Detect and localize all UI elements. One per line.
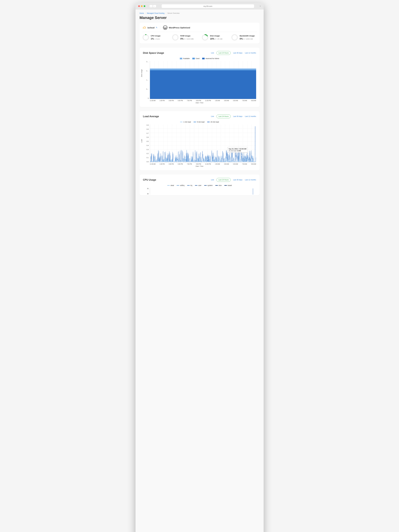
load-tooltip: Sep 23, 2024, 7:22:00 AM 15 min load: 0.… <box>227 147 248 152</box>
svg-point-1 <box>143 35 148 40</box>
server-name: izcloud <box>147 26 155 29</box>
breadcrumb-home[interactable]: Home <box>140 12 144 14</box>
cpu-donut-icon <box>142 34 149 41</box>
edit-icon[interactable]: ✎ <box>156 26 157 29</box>
maximize-window-button[interactable] <box>144 5 145 7</box>
breadcrumb-managed[interactable]: Managed Cloud Hosting <box>147 12 165 14</box>
cpu-chart-card: CPU Usage Live Last 24 Hours Last 30 day… <box>140 175 259 195</box>
filter-30d[interactable]: Last 30 days <box>233 52 242 54</box>
cpu-plot-area[interactable] <box>150 188 256 195</box>
filter-live[interactable]: Live <box>211 52 214 54</box>
nav-forward-button[interactable]: › <box>153 5 156 7</box>
filter-12m[interactable]: Last 12 months <box>245 52 256 54</box>
optimised-label: WordPress Optimised <box>169 26 190 29</box>
filter-live[interactable]: Live <box>211 179 214 181</box>
load-chart-title: Load Average <box>143 115 159 118</box>
stat-ram: RAM Usage: 0%0 / 1024 MB <box>172 34 197 41</box>
disk-chart-card: Disk Space Usage Live Last 24 Hours Last… <box>140 48 259 107</box>
stat-disk: Disk Usage: 16%4 / 25 GB <box>202 34 227 41</box>
bandwidth-donut-icon <box>231 34 238 41</box>
disk-plot-area[interactable] <box>150 61 256 99</box>
filter-live[interactable]: Live <box>211 115 214 117</box>
load-plot-area[interactable]: Sep 23, 2024, 7:22:00 AM 15 min load: 0.… <box>150 124 256 163</box>
disk-chart-title: Disk Space Usage <box>143 51 164 54</box>
svg-point-6 <box>232 35 237 40</box>
cloud-logo-icon <box>142 26 146 30</box>
ram-donut-icon <box>172 34 179 41</box>
minimize-window-button[interactable] <box>141 5 143 7</box>
filter-24h[interactable]: Last 24 Hours <box>216 114 231 118</box>
stat-bandwidth: Bandwidth Usage: 0%0 / 1000 GB <box>231 34 257 41</box>
load-chart-card: Load Average Live Last 24 Hours Last 30 … <box>140 111 259 171</box>
svg-point-3 <box>172 35 178 40</box>
wordpress-icon <box>163 25 167 30</box>
disk-donut-icon <box>202 34 209 41</box>
breadcrumb: Home / Managed Cloud Hosting / Server Ov… <box>140 12 259 14</box>
close-window-button[interactable] <box>138 5 140 7</box>
breadcrumb-current: Server Overview <box>167 12 179 14</box>
nav-back-button[interactable]: ‹ <box>149 5 153 7</box>
server-overview-card: izcloud ✎ WordPress Optimised CPU Usage:… <box>140 23 259 44</box>
filter-12m[interactable]: Last 12 months <box>245 115 256 117</box>
browser-chrome: ‹ › my.20i.com + <box>135 3 264 10</box>
filter-24h[interactable]: Last 24 Hours <box>216 51 231 55</box>
cpu-chart-title: CPU Usage <box>143 178 156 181</box>
filter-12m[interactable]: Last 12 months <box>245 179 256 181</box>
filter-24h[interactable]: Last 24 Hours <box>216 178 231 182</box>
filter-30d[interactable]: Last 30 days <box>233 179 242 181</box>
filter-30d[interactable]: Last 30 days <box>233 115 242 117</box>
stat-cpu: CPU Usage: 1%1 Core <box>142 34 168 41</box>
new-tab-button[interactable]: + <box>259 5 261 7</box>
url-bar[interactable]: my.20i.com <box>162 4 254 8</box>
page-title: Manage Server <box>140 16 259 20</box>
